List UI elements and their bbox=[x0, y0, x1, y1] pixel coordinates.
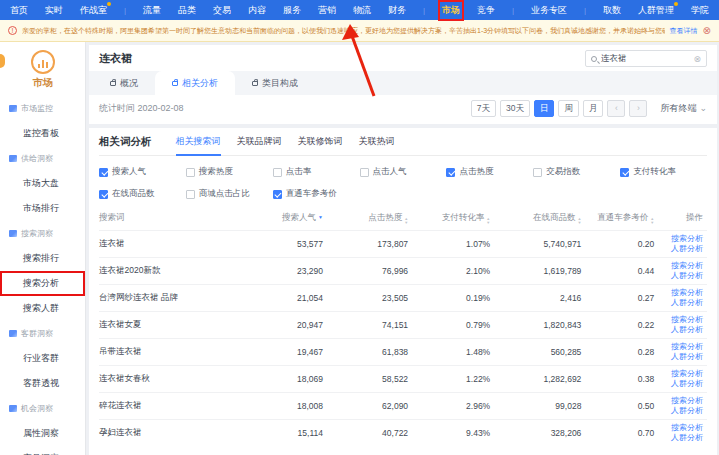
table-header-点击热度[interactable]: 点击热度▲▼ bbox=[327, 212, 412, 225]
topnav-item-财务[interactable]: 财务 bbox=[388, 4, 406, 17]
crowd-analysis-link[interactable]: 人群分析 bbox=[671, 325, 703, 335]
topnav-item-label: 首页 bbox=[10, 5, 28, 15]
sort-icon[interactable]: ▲▼ bbox=[577, 217, 581, 225]
topnav-item-市场[interactable]: 市场 bbox=[442, 4, 460, 17]
column-label: 搜索人气 bbox=[282, 212, 316, 222]
metric-checkbox-搜索人气[interactable]: 搜索人气 bbox=[99, 166, 186, 178]
crowd-analysis-link[interactable]: 人群分析 bbox=[671, 406, 703, 416]
topnav-item-人群管理[interactable]: 人群管理 bbox=[638, 4, 674, 17]
search-analysis-link[interactable]: 搜索分析 bbox=[671, 396, 703, 406]
sidebar-section-label: 供给洞察 bbox=[21, 153, 53, 164]
crowd-analysis-link[interactable]: 人群分析 bbox=[671, 271, 703, 281]
metric-checkbox-点击率[interactable]: 点击率 bbox=[273, 166, 360, 178]
topnav-item-竞争[interactable]: 竞争 bbox=[477, 4, 495, 17]
table-header-搜索人气[interactable]: 搜索人气▼ bbox=[245, 212, 327, 224]
crowd-analysis-link[interactable]: 人群分析 bbox=[671, 379, 703, 389]
search-analysis-link[interactable]: 搜索分析 bbox=[671, 315, 703, 325]
topnav-item-流量[interactable]: 流量 bbox=[143, 4, 161, 17]
topnav-item-品类[interactable]: 品类 bbox=[178, 4, 196, 17]
search-analysis-link[interactable]: 搜索分析 bbox=[671, 288, 703, 298]
sidebar-item-搜索排行[interactable]: 搜索排行 bbox=[0, 246, 85, 271]
tab-概况[interactable]: 概况 bbox=[93, 71, 155, 95]
word-tab-相关搜索词[interactable]: 相关搜索词 bbox=[176, 128, 221, 156]
market-logo-icon bbox=[31, 50, 55, 74]
crowd-analysis-link[interactable]: 人群分析 bbox=[671, 244, 703, 254]
checkbox-icon bbox=[99, 168, 108, 177]
topnav-item-取数[interactable]: 取数 bbox=[603, 4, 621, 17]
range-button-日[interactable]: 日 bbox=[534, 100, 555, 117]
checkbox-icon bbox=[186, 190, 195, 199]
action-links: 搜索分析人群分析 bbox=[658, 261, 703, 282]
metric-checkbox-点击热度[interactable]: 点击热度 bbox=[446, 166, 533, 178]
metric-cell: 1.22% bbox=[412, 374, 494, 384]
topnav-item-内容[interactable]: 内容 bbox=[248, 4, 266, 17]
search-input[interactable] bbox=[601, 54, 689, 64]
prev-page-button[interactable]: ‹ bbox=[607, 100, 625, 117]
sort-icon[interactable]: ▲▼ bbox=[404, 217, 408, 225]
sidebar-item-属性洞察[interactable]: 属性洞察 bbox=[0, 421, 85, 446]
topnav-item-首页[interactable]: 首页 bbox=[10, 4, 28, 17]
next-page-button[interactable]: › bbox=[629, 100, 647, 117]
sidebar-item-市场大盘[interactable]: 市场大盘 bbox=[0, 171, 85, 196]
notice-bar: ! 亲爱的掌柜，在这个特殊时期，阿里集团希望第一时间了解您生意动态和当前面临的问… bbox=[0, 20, 719, 42]
sort-icon[interactable]: ▲▼ bbox=[486, 217, 490, 225]
close-icon[interactable]: ⊗ bbox=[703, 25, 711, 36]
search-analysis-link[interactable]: 搜索分析 bbox=[671, 342, 703, 352]
tab-类目构成[interactable]: 类目构成 bbox=[235, 71, 315, 95]
topnav-item-服务[interactable]: 服务 bbox=[283, 4, 301, 17]
metric-checkbox-交易指数[interactable]: 交易指数 bbox=[533, 166, 620, 178]
metric-checkbox-搜索热度[interactable]: 搜索热度 bbox=[186, 166, 273, 178]
column-label: 直通车参考价 bbox=[597, 212, 648, 222]
keyword-search-box[interactable]: ⊗ bbox=[585, 50, 707, 67]
sidebar-item-客群透视[interactable]: 客群透视 bbox=[0, 371, 85, 396]
search-analysis-link[interactable]: 搜索分析 bbox=[671, 369, 703, 379]
terminal-dropdown[interactable]: 所有终端⌄ bbox=[660, 102, 707, 115]
topnav-item-学院[interactable]: 学院 bbox=[691, 4, 709, 17]
topnav-item-业务专区[interactable]: 业务专区 bbox=[531, 4, 567, 17]
search-analysis-link[interactable]: 搜索分析 bbox=[671, 234, 703, 244]
topnav-item-作战室[interactable]: 作战室 bbox=[80, 4, 107, 17]
metric-checkbox-在线商品数[interactable]: 在线商品数 bbox=[99, 188, 186, 200]
sidebar-item-产品洞察[interactable]: 产品洞察 bbox=[0, 446, 85, 455]
topnav-item-实时[interactable]: 实时 bbox=[45, 4, 63, 17]
table-header-支付转化率[interactable]: 支付转化率▲▼ bbox=[412, 212, 494, 225]
analysis-card: 相关词分析 相关搜索词关联品牌词关联修饰词关联热词 搜索人气搜索热度点击率点击人… bbox=[89, 128, 717, 455]
metric-checkbox-点击人气[interactable]: 点击人气 bbox=[360, 166, 447, 178]
sidebar-item-行业客群[interactable]: 行业客群 bbox=[0, 346, 85, 371]
word-tab-关联热词[interactable]: 关联热词 bbox=[359, 128, 395, 156]
range-button-周[interactable]: 周 bbox=[558, 100, 579, 117]
crowd-analysis-link[interactable]: 人群分析 bbox=[671, 352, 703, 362]
sort-desc-icon[interactable]: ▼ bbox=[318, 214, 323, 220]
sidebar-item-监控看板[interactable]: 监控看板 bbox=[0, 121, 85, 146]
topnav-item-交易[interactable]: 交易 bbox=[213, 4, 231, 17]
topnav-item-label: 流量 bbox=[143, 5, 161, 15]
sidebar-item-搜索人群[interactable]: 搜索人群 bbox=[0, 296, 85, 321]
metric-checkbox-直通车参考价[interactable]: 直通车参考价 bbox=[273, 188, 360, 200]
metric-checkbox-支付转化率[interactable]: 支付转化率 bbox=[620, 166, 707, 178]
table-header-直通车参考价[interactable]: 直通车参考价▲▼ bbox=[585, 212, 658, 225]
search-analysis-link[interactable]: 搜索分析 bbox=[671, 423, 703, 433]
metric-cell: 58,522 bbox=[327, 374, 412, 384]
notice-detail-link[interactable]: 查看详情 bbox=[670, 26, 698, 36]
range-button-30天[interactable]: 30天 bbox=[500, 100, 530, 117]
clear-icon[interactable]: ⊗ bbox=[693, 54, 701, 64]
word-tab-关联品牌词[interactable]: 关联品牌词 bbox=[237, 128, 282, 156]
topnav-item-营销[interactable]: 营销 bbox=[318, 4, 336, 17]
action-cell: 搜索分析人群分析 bbox=[658, 342, 707, 363]
sidebar-item-市场排行[interactable]: 市场排行 bbox=[0, 196, 85, 221]
sort-icon[interactable]: ▲▼ bbox=[650, 217, 654, 225]
search-analysis-link[interactable]: 搜索分析 bbox=[671, 261, 703, 271]
crowd-analysis-link[interactable]: 人群分析 bbox=[671, 298, 703, 308]
metric-cell: 0.19% bbox=[412, 293, 494, 303]
word-tab-关联修饰词[interactable]: 关联修饰词 bbox=[298, 128, 343, 156]
sidebar-item-搜索分析[interactable]: 搜索分析 bbox=[0, 271, 85, 296]
crowd-analysis-link[interactable]: 人群分析 bbox=[671, 433, 703, 443]
range-button-7天[interactable]: 7天 bbox=[471, 100, 496, 117]
topnav-item-物流[interactable]: 物流 bbox=[353, 4, 371, 17]
metric-checkbox-商城点击占比[interactable]: 商城点击占比 bbox=[186, 188, 273, 200]
action-cell: 搜索分析人群分析 bbox=[658, 396, 707, 417]
action-links: 搜索分析人群分析 bbox=[658, 423, 703, 444]
tab-相关分析[interactable]: 相关分析 bbox=[155, 71, 235, 95]
table-header-在线商品数[interactable]: 在线商品数▲▼ bbox=[494, 212, 585, 225]
range-button-月[interactable]: 月 bbox=[583, 100, 604, 117]
